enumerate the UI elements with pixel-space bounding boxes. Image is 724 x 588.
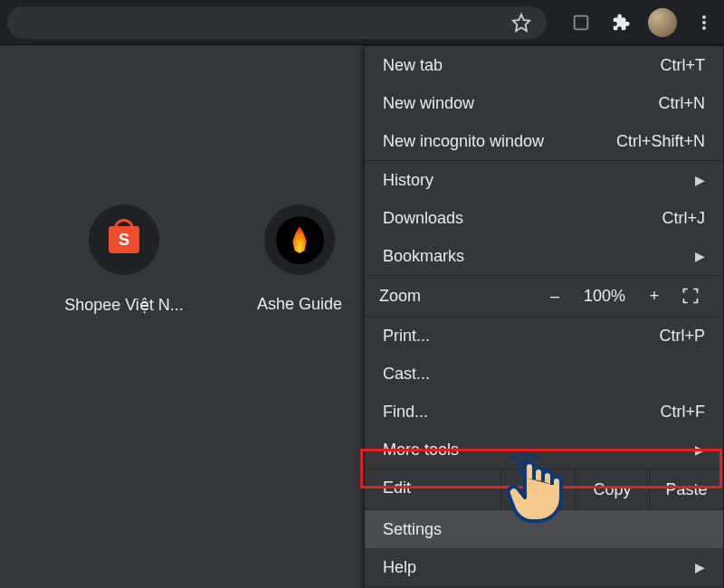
reading-list-icon[interactable] [568, 10, 594, 35]
shortcut-label: Shopee Việt N... [64, 295, 184, 315]
chevron-right-icon: ▶ [695, 249, 705, 263]
menu-item-new-window[interactable]: New windowCtrl+N [365, 84, 723, 122]
menu-item-settings[interactable]: Settings [365, 510, 723, 548]
menu-item-downloads[interactable]: DownloadsCtrl+J [365, 199, 723, 237]
shortcut-label: Ashe Guide [257, 295, 342, 314]
url-bar[interactable] [7, 6, 547, 39]
fullscreen-icon[interactable] [672, 287, 709, 305]
menu-item-more-tools[interactable]: More tools▶ [365, 431, 723, 469]
more-icon[interactable] [691, 10, 717, 35]
zoom-out-button[interactable]: – [537, 287, 573, 306]
menu-item-new-tab[interactable]: New tabCtrl+T [365, 46, 723, 84]
menu-item-new-incognito[interactable]: New incognito windowCtrl+Shift+N [365, 122, 723, 160]
shopee-icon: S [109, 226, 139, 253]
chevron-right-icon: ▶ [695, 173, 705, 187]
browser-toolbar [0, 0, 724, 45]
flame-icon [290, 226, 310, 253]
zoom-in-button[interactable]: + [636, 287, 672, 306]
shortcut-ashe-guide[interactable]: Ashe Guide [241, 204, 358, 315]
shortcut-shopee[interactable]: S Shopee Việt N... [65, 204, 183, 315]
menu-item-find[interactable]: Find...Ctrl+F [365, 393, 723, 431]
overflow-menu: New tabCtrl+T New windowCtrl+N New incog… [364, 45, 724, 588]
edit-copy-button[interactable]: Copy [575, 469, 649, 509]
menu-item-print[interactable]: Print...Ctrl+P [365, 317, 723, 355]
zoom-value: 100% [573, 287, 636, 306]
chevron-right-icon: ▶ [695, 560, 705, 574]
menu-item-history[interactable]: History▶ [365, 161, 723, 199]
edit-cut-button[interactable]: Cut [500, 469, 575, 509]
svg-rect-1 [575, 15, 588, 29]
avatar-icon[interactable] [648, 8, 677, 37]
svg-marker-0 [513, 14, 529, 30]
extensions-icon[interactable] [608, 10, 634, 35]
star-icon[interactable] [509, 10, 534, 35]
chevron-right-icon: ▶ [695, 442, 705, 457]
menu-item-cast[interactable]: Cast... [365, 355, 723, 393]
menu-item-edit: Edit Cut Copy Paste [365, 469, 723, 509]
edit-paste-button[interactable]: Paste [649, 469, 723, 509]
menu-item-bookmarks[interactable]: Bookmarks▶ [365, 237, 723, 275]
menu-item-help[interactable]: Help▶ [365, 548, 723, 586]
menu-item-zoom: Zoom – 100% + [365, 276, 723, 316]
